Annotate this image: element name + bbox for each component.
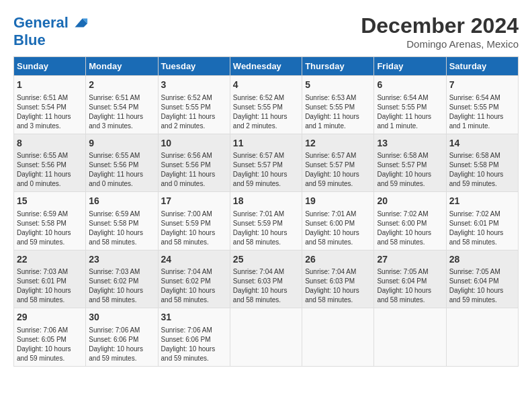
sunrise-info: Sunrise: 7:03 AM [17, 267, 83, 277]
daylight-info: Daylight: 11 hours and 1 minute. [449, 112, 515, 131]
col-tuesday: Tuesday [158, 57, 230, 76]
calendar-table: Sunday Monday Tuesday Wednesday Thursday… [13, 56, 519, 367]
day-number: 23 [89, 253, 154, 267]
table-row [230, 308, 302, 367]
table-row: 18 Sunrise: 7:01 AM Sunset: 5:59 PM Dayl… [230, 192, 302, 250]
daylight-info: Daylight: 11 hours and 3 minutes. [17, 112, 83, 131]
table-row: 24 Sunrise: 7:04 AM Sunset: 6:02 PM Dayl… [158, 250, 230, 308]
day-number: 16 [89, 195, 154, 208]
sunrise-info: Sunrise: 6:58 AM [449, 151, 515, 161]
sunrise-info: Sunrise: 6:55 AM [17, 151, 83, 161]
daylight-info: Daylight: 10 hours and 59 minutes. [449, 170, 515, 189]
sunset-info: Sunset: 5:55 PM [305, 103, 371, 112]
sunset-info: Sunset: 6:04 PM [377, 277, 443, 286]
logo-icon [70, 13, 89, 32]
day-number: 8 [17, 137, 83, 150]
daylight-info: Daylight: 10 hours and 58 minutes. [305, 286, 371, 305]
table-row: 6 Sunrise: 6:54 AM Sunset: 5:55 PM Dayli… [374, 76, 446, 134]
day-number: 27 [377, 253, 443, 267]
day-number: 21 [449, 195, 515, 208]
sunset-info: Sunset: 5:57 PM [377, 161, 443, 170]
table-row: 28 Sunrise: 7:05 AM Sunset: 6:04 PM Dayl… [446, 250, 518, 308]
day-number: 13 [377, 137, 443, 150]
sunset-info: Sunset: 6:00 PM [305, 219, 371, 228]
daylight-info: Daylight: 10 hours and 58 minutes. [377, 228, 443, 247]
day-number: 19 [305, 195, 371, 208]
calendar-week-4: 22 Sunrise: 7:03 AM Sunset: 6:01 PM Dayl… [14, 250, 519, 308]
table-row: 15 Sunrise: 6:59 AM Sunset: 5:58 PM Dayl… [14, 192, 86, 250]
sunrise-info: Sunrise: 7:00 AM [161, 210, 227, 219]
col-friday: Friday [374, 57, 446, 76]
sunset-info: Sunset: 5:55 PM [449, 103, 515, 112]
table-row: 17 Sunrise: 7:00 AM Sunset: 5:59 PM Dayl… [158, 192, 230, 250]
table-row: 8 Sunrise: 6:55 AM Sunset: 5:56 PM Dayli… [14, 134, 86, 192]
header-row: Sunday Monday Tuesday Wednesday Thursday… [14, 57, 519, 76]
table-row: 10 Sunrise: 6:56 AM Sunset: 5:56 PM Dayl… [158, 134, 230, 192]
calendar-week-5: 29 Sunrise: 7:06 AM Sunset: 6:05 PM Dayl… [14, 308, 519, 367]
day-number: 9 [89, 137, 154, 150]
col-thursday: Thursday [302, 57, 374, 76]
daylight-info: Daylight: 10 hours and 58 minutes. [161, 228, 227, 247]
col-monday: Monday [86, 57, 158, 76]
day-number: 15 [17, 195, 83, 208]
sunrise-info: Sunrise: 7:04 AM [161, 267, 227, 277]
sunset-info: Sunset: 6:01 PM [449, 219, 515, 228]
sunrise-info: Sunrise: 7:03 AM [89, 267, 154, 277]
table-row: 2 Sunrise: 6:51 AM Sunset: 5:54 PM Dayli… [86, 76, 158, 134]
daylight-info: Daylight: 10 hours and 59 minutes. [233, 170, 299, 189]
daylight-info: Daylight: 11 hours and 2 minutes. [161, 112, 227, 131]
logo: General Blue [13, 13, 89, 48]
table-row: 1 Sunrise: 6:51 AM Sunset: 5:54 PM Dayli… [14, 76, 86, 134]
table-row: 29 Sunrise: 7:06 AM Sunset: 6:05 PM Dayl… [14, 308, 86, 367]
day-number: 1 [17, 79, 83, 92]
sunrise-info: Sunrise: 7:01 AM [305, 210, 371, 219]
table-row: 23 Sunrise: 7:03 AM Sunset: 6:02 PM Dayl… [86, 250, 158, 308]
daylight-info: Daylight: 10 hours and 58 minutes. [161, 286, 227, 305]
table-row [446, 308, 518, 367]
sunrise-info: Sunrise: 7:06 AM [89, 326, 154, 335]
sunset-info: Sunset: 5:57 PM [305, 161, 371, 170]
day-number: 2 [89, 79, 154, 92]
col-sunday: Sunday [14, 57, 86, 76]
sunrise-info: Sunrise: 6:57 AM [233, 151, 299, 161]
sunrise-info: Sunrise: 7:05 AM [449, 267, 515, 277]
day-number: 7 [449, 79, 515, 92]
sunset-info: Sunset: 5:54 PM [17, 103, 83, 112]
table-row: 12 Sunrise: 6:57 AM Sunset: 5:57 PM Dayl… [302, 134, 374, 192]
calendar-week-2: 8 Sunrise: 6:55 AM Sunset: 5:56 PM Dayli… [14, 134, 519, 192]
sunrise-info: Sunrise: 6:54 AM [377, 93, 443, 103]
sunset-info: Sunset: 5:59 PM [233, 219, 299, 228]
sunrise-info: Sunrise: 6:51 AM [17, 93, 83, 103]
sunrise-info: Sunrise: 7:06 AM [161, 326, 227, 335]
day-number: 22 [17, 253, 83, 267]
day-number: 30 [89, 311, 154, 324]
daylight-info: Daylight: 10 hours and 58 minutes. [305, 228, 371, 247]
table-row: 20 Sunrise: 7:02 AM Sunset: 6:00 PM Dayl… [374, 192, 446, 250]
table-row: 27 Sunrise: 7:05 AM Sunset: 6:04 PM Dayl… [374, 250, 446, 308]
sunrise-info: Sunrise: 6:55 AM [89, 151, 154, 161]
daylight-info: Daylight: 10 hours and 59 minutes. [161, 345, 227, 363]
sunrise-info: Sunrise: 6:54 AM [449, 93, 515, 103]
sunrise-info: Sunrise: 7:02 AM [449, 210, 515, 219]
sunset-info: Sunset: 6:02 PM [89, 277, 154, 286]
sunset-info: Sunset: 5:55 PM [233, 103, 299, 112]
daylight-info: Daylight: 11 hours and 1 minute. [305, 112, 371, 131]
sunrise-info: Sunrise: 6:56 AM [161, 151, 227, 161]
table-row: 21 Sunrise: 7:02 AM Sunset: 6:01 PM Dayl… [446, 192, 518, 250]
sunset-info: Sunset: 5:58 PM [17, 219, 83, 228]
day-number: 6 [377, 79, 443, 92]
daylight-info: Daylight: 10 hours and 59 minutes. [17, 228, 83, 247]
sunrise-info: Sunrise: 7:04 AM [305, 267, 371, 277]
daylight-info: Daylight: 10 hours and 58 minutes. [89, 286, 154, 305]
daylight-info: Daylight: 11 hours and 0 minutes. [17, 170, 83, 189]
daylight-info: Daylight: 10 hours and 58 minutes. [17, 286, 83, 305]
sunrise-info: Sunrise: 6:52 AM [233, 93, 299, 103]
sunset-info: Sunset: 5:54 PM [89, 103, 154, 112]
sunset-info: Sunset: 5:59 PM [161, 219, 227, 228]
table-row: 16 Sunrise: 6:59 AM Sunset: 5:58 PM Dayl… [86, 192, 158, 250]
daylight-info: Daylight: 10 hours and 59 minutes. [449, 286, 515, 305]
day-number: 28 [449, 253, 515, 267]
daylight-info: Daylight: 11 hours and 1 minute. [377, 112, 443, 131]
table-row: 5 Sunrise: 6:53 AM Sunset: 5:55 PM Dayli… [302, 76, 374, 134]
sunrise-info: Sunrise: 6:53 AM [305, 93, 371, 103]
